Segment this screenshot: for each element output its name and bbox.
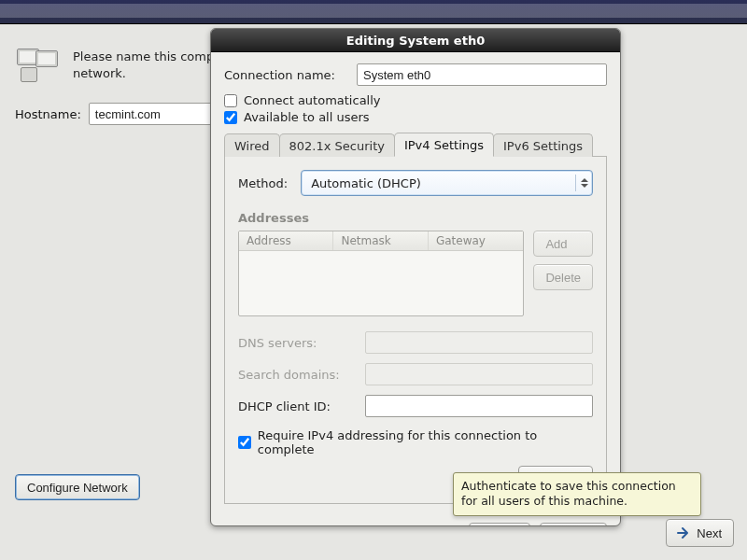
- col-gateway: Gateway: [429, 231, 523, 250]
- require-ipv4-label: Require IPv4 addressing for this connect…: [258, 428, 593, 456]
- connect-automatically-check[interactable]: Connect automatically: [224, 93, 607, 107]
- connect-automatically-label: Connect automatically: [244, 93, 381, 107]
- add-address-button: Add: [533, 231, 593, 257]
- available-all-users-label: Available to all users: [244, 110, 370, 124]
- col-address: Address: [239, 231, 333, 250]
- window-top-banner: [0, 0, 747, 24]
- connect-automatically-checkbox[interactable]: [224, 94, 237, 107]
- search-domains-label: Search domains:: [238, 368, 359, 382]
- available-all-users-checkbox[interactable]: [224, 111, 237, 124]
- tab-ipv6-settings[interactable]: IPv6 Settings: [493, 133, 593, 157]
- hostname-label: Hostname:: [15, 107, 81, 121]
- connection-name-input[interactable]: [357, 63, 607, 86]
- addresses-title: Addresses: [238, 211, 593, 225]
- dhcp-client-id-input[interactable]: [365, 395, 593, 417]
- network-hosts-icon: [15, 49, 60, 86]
- dns-servers-label: DNS servers:: [238, 336, 359, 350]
- configure-network-button[interactable]: Configure Network: [15, 474, 140, 500]
- cancel-button[interactable]: Cancel: [469, 523, 530, 526]
- tab-ipv4-settings[interactable]: IPv4 Settings: [394, 133, 494, 157]
- addresses-row: Address Netmask Gateway Add Delete: [238, 231, 593, 316]
- edit-connection-dialog: Editing System eth0 Connection name: Con…: [210, 28, 621, 526]
- require-ipv4-check[interactable]: Require IPv4 addressing for this connect…: [238, 428, 593, 456]
- method-select[interactable]: Automatic (DHCP): [301, 170, 593, 196]
- next-label: Next: [697, 526, 722, 540]
- connection-name-row: Connection name:: [224, 63, 607, 86]
- authenticate-tooltip: Authenticate to save this connection for…: [453, 472, 701, 516]
- search-domains-input: [365, 363, 593, 385]
- chevron-updown-icon: [575, 175, 586, 191]
- dns-grid: DNS servers: Search domains: DHCP client…: [238, 331, 593, 417]
- dialog-titlebar[interactable]: Editing System eth0: [211, 29, 620, 52]
- method-label: Method:: [238, 176, 288, 190]
- banner-inner: [0, 4, 747, 18]
- arrow-right-icon: [676, 525, 691, 540]
- addresses-table: Address Netmask Gateway: [238, 231, 524, 316]
- addresses-header: Address Netmask Gateway: [239, 231, 523, 251]
- hostname-input[interactable]: [89, 103, 229, 125]
- method-value: Automatic (DHCP): [311, 176, 421, 190]
- dhcp-client-id-label: DHCP client ID:: [238, 399, 359, 413]
- tab-8021x-security[interactable]: 802.1x Security: [279, 133, 395, 157]
- apply-button[interactable]: Apply…: [540, 523, 607, 526]
- addresses-buttons: Add Delete: [533, 231, 593, 316]
- require-ipv4-checkbox[interactable]: [238, 436, 251, 449]
- dialog-title: Editing System eth0: [346, 34, 485, 48]
- available-all-users-check[interactable]: Available to all users: [224, 110, 607, 124]
- tab-wired[interactable]: Wired: [224, 133, 280, 157]
- col-netmask: Netmask: [333, 231, 428, 250]
- dialog-body: Connection name: Connect automatically A…: [211, 52, 620, 513]
- method-row: Method: Automatic (DHCP): [238, 170, 593, 196]
- dns-servers-input: [365, 331, 593, 354]
- ipv4-panel: Method: Automatic (DHCP) Addresses Addre…: [224, 157, 607, 504]
- connection-name-label: Connection name:: [224, 68, 345, 82]
- next-button[interactable]: Next: [666, 519, 734, 547]
- tabbar: Wired 802.1x Security IPv4 Settings IPv6…: [224, 132, 607, 157]
- delete-address-button: Delete: [533, 264, 593, 290]
- settings-tabs: Wired 802.1x Security IPv4 Settings IPv6…: [224, 132, 607, 504]
